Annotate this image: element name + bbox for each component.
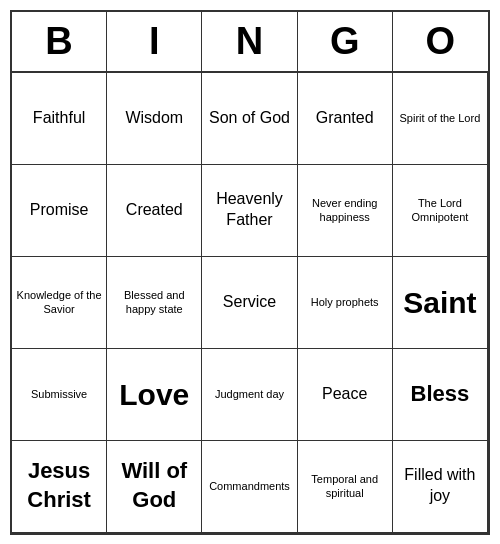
bingo-cell-19: Bless xyxy=(393,349,488,441)
cell-text-5: Promise xyxy=(30,200,89,221)
bingo-cell-0: Faithful xyxy=(12,73,107,165)
bingo-cell-11: Blessed and happy state xyxy=(107,257,202,349)
bingo-cell-6: Created xyxy=(107,165,202,257)
bingo-cell-9: The Lord Omnipotent xyxy=(393,165,488,257)
bingo-cell-7: Heavenly Father xyxy=(202,165,297,257)
cell-text-23: Temporal and spiritual xyxy=(302,472,388,501)
cell-text-22: Commandments xyxy=(209,479,290,493)
bingo-grid: FaithfulWisdomSon of GodGrantedSpirit of… xyxy=(12,73,488,533)
bingo-cell-12: Service xyxy=(202,257,297,349)
cell-text-24: Filled with joy xyxy=(397,465,483,507)
bingo-cell-8: Never ending happiness xyxy=(298,165,393,257)
cell-text-10: Knowledge of the Savior xyxy=(16,288,102,317)
cell-text-0: Faithful xyxy=(33,108,85,129)
cell-text-14: Saint xyxy=(403,283,476,322)
header-letter-n: N xyxy=(202,12,297,71)
cell-text-15: Submissive xyxy=(31,387,87,401)
bingo-cell-3: Granted xyxy=(298,73,393,165)
cell-text-8: Never ending happiness xyxy=(302,196,388,225)
cell-text-9: The Lord Omnipotent xyxy=(397,196,483,225)
cell-text-17: Judgment day xyxy=(215,387,284,401)
bingo-cell-5: Promise xyxy=(12,165,107,257)
bingo-cell-22: Commandments xyxy=(202,441,297,533)
bingo-cell-18: Peace xyxy=(298,349,393,441)
cell-text-2: Son of God xyxy=(209,108,290,129)
bingo-card: BINGO FaithfulWisdomSon of GodGrantedSpi… xyxy=(10,10,490,535)
bingo-cell-13: Holy prophets xyxy=(298,257,393,349)
header-letter-b: B xyxy=(12,12,107,71)
bingo-cell-16: Love xyxy=(107,349,202,441)
bingo-cell-1: Wisdom xyxy=(107,73,202,165)
cell-text-18: Peace xyxy=(322,384,367,405)
cell-text-11: Blessed and happy state xyxy=(111,288,197,317)
cell-text-13: Holy prophets xyxy=(311,295,379,309)
header-letter-o: O xyxy=(393,12,488,71)
bingo-cell-20: Jesus Christ xyxy=(12,441,107,533)
cell-text-12: Service xyxy=(223,292,276,313)
cell-text-19: Bless xyxy=(411,380,470,409)
header-letter-i: I xyxy=(107,12,202,71)
bingo-cell-21: Will of God xyxy=(107,441,202,533)
cell-text-4: Spirit of the Lord xyxy=(400,111,481,125)
cell-text-20: Jesus Christ xyxy=(16,457,102,514)
bingo-cell-23: Temporal and spiritual xyxy=(298,441,393,533)
bingo-cell-2: Son of God xyxy=(202,73,297,165)
bingo-cell-17: Judgment day xyxy=(202,349,297,441)
cell-text-6: Created xyxy=(126,200,183,221)
cell-text-21: Will of God xyxy=(111,457,197,514)
cell-text-1: Wisdom xyxy=(125,108,183,129)
bingo-cell-4: Spirit of the Lord xyxy=(393,73,488,165)
bingo-header: BINGO xyxy=(12,12,488,73)
bingo-cell-15: Submissive xyxy=(12,349,107,441)
bingo-cell-10: Knowledge of the Savior xyxy=(12,257,107,349)
header-letter-g: G xyxy=(298,12,393,71)
cell-text-16: Love xyxy=(119,375,189,414)
cell-text-7: Heavenly Father xyxy=(206,189,292,231)
bingo-cell-24: Filled with joy xyxy=(393,441,488,533)
bingo-cell-14: Saint xyxy=(393,257,488,349)
cell-text-3: Granted xyxy=(316,108,374,129)
